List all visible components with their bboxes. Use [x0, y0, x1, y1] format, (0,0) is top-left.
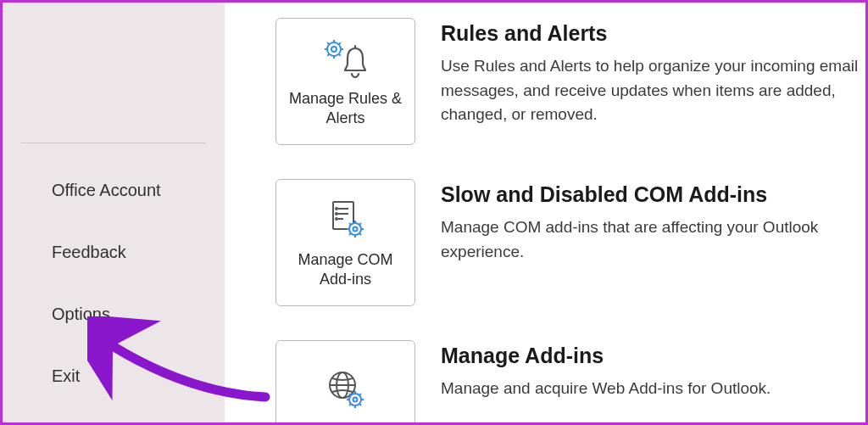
svg-line-27	[349, 233, 351, 235]
option-row: Manage COM Add-ins Slow and Disabled COM…	[275, 179, 865, 306]
svg-line-39	[359, 394, 361, 395]
manage-addins-button[interactable]: Manage Add-ins	[275, 340, 415, 422]
card-label: Manage Rules & Alerts	[283, 89, 408, 129]
svg-point-0	[327, 42, 341, 56]
svg-line-9	[327, 53, 329, 55]
option-description: Use Rules and Alerts to help organize yo…	[441, 54, 865, 127]
sidebar-item-exit[interactable]: Exit	[3, 355, 225, 398]
svg-line-25	[359, 233, 361, 235]
option-text: Rules and Alerts Use Rules and Alerts to…	[441, 18, 865, 127]
card-label: Manage COM Add-ins	[283, 250, 408, 290]
svg-point-1	[331, 47, 337, 52]
svg-line-37	[349, 394, 351, 395]
option-text: Manage Add-ins Manage and acquire Web Ad…	[441, 340, 771, 401]
main-content: Manage Rules & Alerts Rules and Alerts U…	[225, 3, 865, 422]
sidebar-item-label: Feedback	[52, 243, 126, 261]
option-title: Rules and Alerts	[441, 21, 865, 46]
sidebar-item-label: Exit	[52, 366, 80, 385]
svg-line-6	[327, 42, 329, 44]
sidebar-item-options[interactable]: Options	[3, 293, 225, 336]
svg-point-18	[349, 223, 361, 235]
manage-rules-alerts-button[interactable]: Manage Rules & Alerts	[275, 18, 415, 145]
option-description: Manage and acquire Web Add-ins for Outlo…	[441, 377, 771, 401]
svg-line-38	[359, 404, 361, 405]
sidebar-divider	[21, 143, 206, 143]
sidebar-item-label: Office Account	[52, 181, 161, 199]
sidebar-item-label: Options	[52, 305, 110, 323]
svg-line-7	[338, 53, 340, 55]
svg-point-31	[349, 394, 361, 405]
com-addins-icon	[325, 196, 367, 243]
svg-line-8	[338, 42, 340, 44]
svg-line-40	[349, 404, 351, 405]
svg-point-16	[336, 213, 337, 215]
option-text: Slow and Disabled COM Add-ins Manage COM…	[441, 179, 865, 264]
manage-com-addins-button[interactable]: Manage COM Add-ins	[275, 179, 415, 306]
svg-line-24	[349, 223, 351, 225]
option-title: Slow and Disabled COM Add-ins	[441, 182, 865, 207]
option-row: Manage Add-ins Manage Add-ins Manage and…	[275, 340, 865, 422]
card-label: Manage Add-ins	[290, 421, 400, 422]
svg-point-15	[336, 208, 337, 210]
svg-line-26	[359, 223, 361, 225]
svg-point-17	[336, 218, 337, 220]
app-container: Office Account Feedback Options Exit	[3, 3, 865, 422]
option-row: Manage Rules & Alerts Rules and Alerts U…	[275, 18, 865, 145]
option-description: Manage COM add-ins that are affecting yo…	[441, 215, 865, 264]
rules-alerts-icon	[320, 35, 372, 82]
sidebar-item-office-account[interactable]: Office Account	[3, 169, 225, 212]
sidebar-item-feedback[interactable]: Feedback	[3, 231, 225, 274]
sidebar: Office Account Feedback Options Exit	[3, 3, 225, 422]
web-addins-icon	[325, 366, 367, 414]
option-title: Manage Add-ins	[441, 344, 771, 368]
